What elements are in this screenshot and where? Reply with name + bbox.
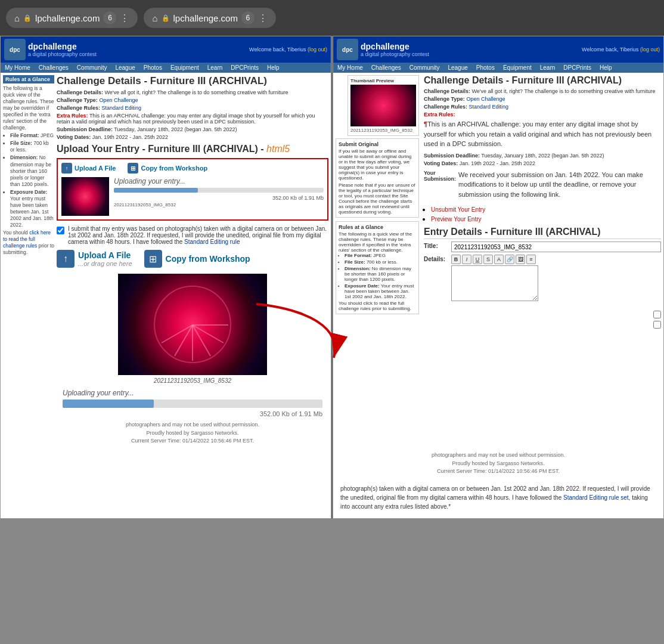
- panels-wrapper: dpc dpchallenge a digital photography co…: [0, 36, 664, 519]
- toolbar-img[interactable]: 🖼: [516, 255, 525, 264]
- left-uploading-section: Uploading your entry... 352.00 Kb of 1.9…: [57, 389, 328, 417]
- left-upload-section: Upload Your Entry - Furniture III (ARCHI…: [57, 144, 328, 245]
- sidebar-rule-size: File Size: 700 kb or less.: [10, 140, 54, 153]
- nav-myhome-left[interactable]: My Home: [1, 63, 35, 73]
- sidebar-rules-list: File Format: JPEG File Size: 700 kb or l…: [3, 132, 54, 228]
- right-site-header: dpc dpchallenge a digital photography co…: [333, 36, 663, 63]
- nav-learn-left[interactable]: Learn: [203, 63, 227, 73]
- left-logout[interactable]: (log out): [308, 47, 327, 52]
- right-submission-deadline: Submission Deadline: Tuesday, January 18…: [424, 153, 661, 159]
- left-content: Rules at a Glance The following is a qui…: [1, 73, 331, 451]
- nav-challenges-right[interactable]: Challenges: [367, 63, 405, 73]
- nav-equipment-left[interactable]: Equipment: [166, 63, 203, 73]
- right-tab-url: lpchallenge.com: [173, 13, 238, 23]
- left-large-upload-file-btn[interactable]: ↑ Upload A File ...or drag one here: [57, 250, 132, 268]
- left-challenge-title: Challenge Details - Furniture III (ARCHI…: [57, 75, 328, 87]
- toolbar-list[interactable]: ≡: [526, 255, 536, 264]
- nav-league-left[interactable]: League: [111, 63, 139, 73]
- left-standard-editing-link2[interactable]: Standard Editing rule: [184, 239, 240, 245]
- ferris-spokes-container: [151, 283, 234, 366]
- right-standard-editing-link[interactable]: Standard Editing rule set: [563, 494, 629, 501]
- site-council-link[interactable]: you must contact the Site Council before…: [339, 193, 412, 204]
- right-top-row: Thumbnail Preview 20211231192053_IMG_853…: [336, 75, 661, 329]
- right-challenge-rules: Challenge Rules: Standard Editing: [424, 104, 661, 110]
- left-copy-workshop-btn[interactable]: ⊞ Copy from Workshop: [128, 163, 207, 174]
- nav-photos-left[interactable]: Photos: [139, 63, 166, 73]
- right-nav: My Home Challenges Community League Phot…: [333, 63, 663, 73]
- lock-icon-right: 🔒: [162, 14, 170, 22]
- right-browser-tab[interactable]: ⌂ 🔒 lpchallenge.com 6 ⋮: [144, 8, 275, 28]
- right-thumb-box: Thumbnail Preview 20211231192053_IMG_853…: [347, 75, 419, 136]
- nav-myhome-right[interactable]: My Home: [333, 63, 367, 73]
- left-upload-title: Upload Your Entry - Furniture III (ARCHI…: [57, 144, 328, 154]
- left-upload-file-btn[interactable]: ↑ Upload A File: [61, 163, 116, 174]
- left-logo-sub: a digital photography contest: [28, 51, 97, 57]
- toolbar-color[interactable]: A: [494, 255, 504, 264]
- right-challenge-info: Challenge Details: We've all got it, rig…: [424, 88, 661, 94]
- right-checkbox-2: [653, 321, 661, 329]
- nav-equipment-right[interactable]: Equipment: [499, 63, 536, 73]
- toolbar-strike[interactable]: S: [483, 255, 493, 264]
- right-submission-received: We received your submission on Jan. 14th…: [458, 170, 661, 200]
- left-challenge-type-link[interactable]: Open Challenge: [99, 97, 138, 103]
- browser-chrome: ⌂ 🔒 lpchallenge.com 6 ⋮ ⌂ 🔒 lpchallenge.…: [0, 0, 664, 36]
- right-logout[interactable]: (log out): [640, 47, 660, 52]
- right-submit-original-title: Submit Original: [339, 141, 416, 147]
- sidebar-footer: You should click here to read the full c…: [3, 230, 54, 256]
- left-large-upload-icon: ↑: [57, 250, 75, 268]
- left-large-progress-fill: [63, 400, 154, 408]
- nav-league-right[interactable]: League: [443, 63, 471, 73]
- right-rules-link[interactable]: click to read the full challenge rules: [339, 301, 404, 311]
- left-checkbox-input[interactable]: [57, 227, 64, 234]
- right-challenge-type-link[interactable]: Open Challenge: [466, 96, 505, 102]
- right-title-row: Title:: [424, 242, 661, 252]
- left-ferris-large: [118, 274, 267, 375]
- nav-dpcprints-right[interactable]: DPCPrints: [559, 63, 595, 73]
- sidebar-rule-exposure: Exposure Date: Your entry must have been…: [10, 189, 54, 228]
- left-logo-img: dpc: [4, 39, 26, 60]
- right-footer: photographers and may not be used withou…: [336, 448, 661, 479]
- nav-photos-right[interactable]: Photos: [472, 63, 499, 73]
- right-panel: dpc dpchallenge a digital photography co…: [333, 36, 664, 519]
- right-checkbox-input-2[interactable]: [653, 321, 661, 329]
- right-rule-exposure: Exposure Date: Your entry must have been…: [345, 283, 416, 299]
- left-submit-checkbox: I submit that my entry was based on phot…: [57, 225, 328, 245]
- left-voting-dates: Voting Dates: Jan. 19th 2022 - Jan. 25th…: [57, 134, 328, 140]
- left-challenge-rules: Challenge Rules: Standard Editing: [57, 105, 328, 111]
- sidebar-intro: The following is a quick view of the cha…: [3, 85, 54, 131]
- nav-challenges-left[interactable]: Challenges: [35, 63, 73, 73]
- toolbar-underline[interactable]: U: [473, 255, 482, 264]
- right-checkbox-input-1[interactable]: [653, 311, 661, 318]
- toolbar-link[interactable]: 🔗: [505, 255, 514, 264]
- right-entry-details-title: Entry Details - Furniture III (ARCHIVAL): [424, 227, 661, 239]
- sidebar-rules-link[interactable]: click here to read the full challenge ru…: [3, 230, 51, 249]
- nav-help-left[interactable]: Help: [263, 63, 284, 73]
- left-large-copy-workshop-btn[interactable]: ⊞ Copy from Workshop: [144, 250, 250, 268]
- left-workshop-icon: ⊞: [128, 163, 138, 174]
- right-unsubmit-link[interactable]: Unsubmit Your Entry: [431, 206, 485, 213]
- right-standard-editing[interactable]: Standard Editing: [469, 104, 509, 110]
- left-browser-tab[interactable]: ⌂ 🔒 lpchallenge.com 6 ⋮: [6, 8, 138, 28]
- nav-community-right[interactable]: Community: [405, 63, 444, 73]
- right-logo-sub: a digital photography contest: [361, 51, 429, 57]
- right-your-submission-row: Your Submission: We received your submis…: [424, 170, 661, 203]
- toolbar-italic[interactable]: I: [462, 255, 471, 264]
- nav-help-right[interactable]: Help: [595, 63, 616, 73]
- submit-original-link[interactable]: submit your original(s): [339, 165, 399, 175]
- nav-community-left[interactable]: Community: [73, 63, 111, 73]
- right-details-textarea[interactable]: [451, 265, 538, 301]
- right-preview-link[interactable]: Preview Your Entry: [431, 216, 482, 222]
- left-challenge-details: Challenge Details - Furniture III (ARCHI…: [57, 75, 328, 140]
- left-large-image: 20211231192053_IMG_8532: [57, 274, 328, 384]
- nav-dpcprints-left[interactable]: DPCPrints: [226, 63, 263, 73]
- left-submission-deadline: Submission Deadline: Tuesday, January 18…: [57, 126, 328, 132]
- spoke-0: [193, 324, 228, 326]
- sidebar-rule-format: File Format: JPEG: [10, 132, 54, 139]
- right-title-input[interactable]: [451, 242, 661, 252]
- right-tab-badge: 6: [241, 11, 255, 24]
- nav-learn-right[interactable]: Learn: [536, 63, 560, 73]
- toolbar-bold[interactable]: B: [451, 255, 461, 264]
- right-your-submission-label: Your Submission:: [424, 170, 456, 203]
- right-rule-size: File Size: 700 kb or less.: [345, 259, 416, 265]
- left-standard-editing-link[interactable]: Standard Editing: [102, 105, 142, 111]
